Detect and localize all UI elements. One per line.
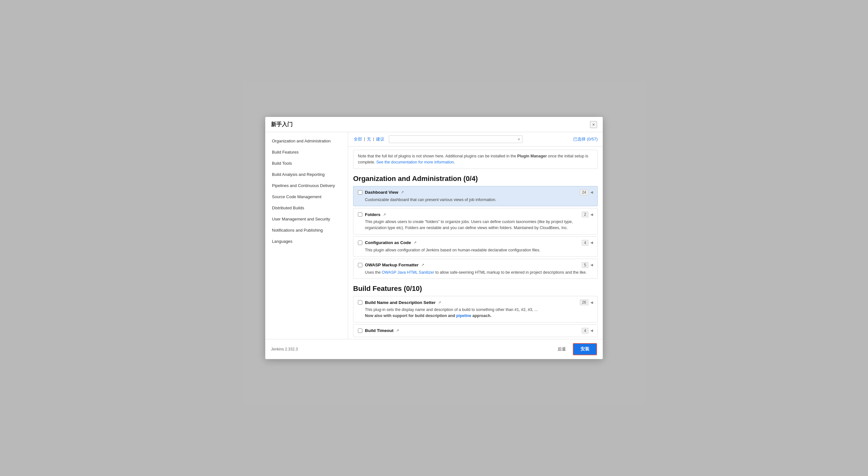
filter-search-box: × [389,136,523,143]
install-button[interactable]: 安装 [573,343,597,355]
plugin-checkbox-build-timeout[interactable] [358,328,362,333]
plugin-item-left-build-timeout: Build Timeout ↗ [358,328,399,333]
footer-actions: 后退 安装 [554,343,597,355]
external-link-icon-owasp[interactable]: ↗ [421,263,424,267]
plugin-badge-owasp: 5 ◀ [582,262,593,268]
plugin-item-left-folders: Folders ↗ [358,212,386,217]
plugin-item-build-name-setter: Build Name and Description Setter ↗ 26 ◀… [353,296,598,322]
selected-count-value: (0/57) [587,137,598,142]
notice-bold: Plugin Manager [517,154,547,158]
plugin-name-config-as-code: Configuration as Code [365,240,411,245]
filter-tab-all[interactable]: 全部 [353,137,363,142]
filter-tab-sep2: | [372,137,375,142]
sidebar-item-5[interactable]: Source Code Management [265,191,348,202]
plugin-item-header-build-name-setter: Build Name and Description Setter ↗ 26 ◀ [358,299,593,305]
plugin-item-left-build-name-setter: Build Name and Description Setter ↗ [358,300,441,305]
plugin-checkbox-config-as-code[interactable] [358,241,362,245]
plugin-desc-config-as-code: This plugin allows configuration of Jenk… [365,247,593,253]
filter-tab-none[interactable]: 无 [366,137,372,142]
plugin-badge-folders: 2 ◀ [582,212,593,217]
main-content: 全部 | 无 | 建议 × 已选择 (0/57) [348,132,603,339]
section-header-org: Organization and Administration (0/4) [353,175,598,183]
plugin-name-dashboard-view: Dashboard View [365,190,398,195]
modal-close-button[interactable]: × [590,121,597,128]
plugin-desc-build-name-setter: This plug-in sets the display name and d… [365,307,593,319]
modal-footer: Jenkins 2.332.3 后退 安装 [265,339,603,359]
plugin-badge-num-dashboard-view: 24 [580,189,588,195]
plugin-desc-folders: This plugin allows users to create "fold… [365,219,593,231]
external-link-icon-build-timeout[interactable]: ↗ [396,328,399,333]
plugin-item-left-owasp: OWASP Markup Formatter ↗ [358,263,424,267]
plugin-badge-num-build-timeout: 4 [582,328,588,334]
search-clear-icon[interactable]: × [518,137,520,142]
plugin-item-left-config-as-code: Configuration as Code ↗ [358,240,416,245]
external-link-icon-dashboard-view[interactable]: ↗ [401,190,404,195]
filter-tab-sep1: | [363,137,366,142]
back-button[interactable]: 后退 [554,345,570,354]
badge-arrow-build-timeout: ◀ [590,328,593,333]
plugin-item-header-folders: Folders ↗ 2 ◀ [358,212,593,217]
plugin-badge-build-timeout: 4 ◀ [582,328,593,334]
plugin-item-header: Dashboard View ↗ 24 ◀ [358,189,593,195]
badge-arrow-folders: ◀ [590,212,593,217]
modal: 新手入门 × Organization and AdministrationBu… [265,117,603,359]
sidebar-item-4[interactable]: Pipelines and Continuous Delivery [265,180,348,191]
badge-arrow-owasp: ◀ [590,263,593,267]
plugin-item-config-as-code: Configuration as Code ↗ 4 ◀ This plugin … [353,236,598,257]
footer-version: Jenkins 2.332.3 [271,347,298,351]
sidebar-item-9[interactable]: Languages [265,236,348,247]
sidebar-item-6[interactable]: Distributed Builds [265,202,348,213]
plugin-badge-num-folders: 2 [582,212,588,217]
sidebar: Organization and AdministrationBuild Fea… [265,132,348,339]
filter-tabs: 全部 | 无 | 建议 [353,137,385,142]
plugin-name-owasp: OWASP Markup Formatter [365,263,419,267]
plugin-badge-num-build-name-setter: 26 [580,299,588,305]
badge-arrow-config-as-code: ◀ [590,241,593,245]
selected-count: 已选择 (0/57) [573,137,598,142]
pipeline-link[interactable]: pipeline [456,314,471,318]
external-link-icon-config-as-code[interactable]: ↗ [414,241,416,245]
plugin-badge-num-owasp: 5 [582,262,588,268]
owasp-link[interactable]: OWASP Java HTML Sanitizer [382,270,434,275]
sidebar-item-3[interactable]: Build Analysis and Reporting [265,169,348,180]
plugin-item-header-build-timeout: Build Timeout ↗ 4 ◀ [358,328,593,334]
badge-arrow-build-name-setter: ◀ [590,300,593,305]
modal-title: 新手入门 [271,121,292,128]
notice-box: Note that the full list of plugins is no… [353,150,598,169]
plugin-item-header-owasp: OWASP Markup Formatter ↗ 5 ◀ [358,262,593,268]
plugin-checkbox-owasp[interactable] [358,263,362,267]
plugin-badge-dashboard-view: 24 ◀ [580,189,593,195]
sidebar-item-2[interactable]: Build Tools [265,158,348,169]
modal-body: Organization and AdministrationBuild Fea… [265,132,603,339]
sidebar-item-8[interactable]: Notifications and Publishing [265,225,348,236]
plugin-checkbox-dashboard-view[interactable] [358,190,362,195]
external-link-icon-folders[interactable]: ↗ [383,212,386,217]
modal-header: 新手入门 × [265,117,603,132]
section-header-build-features: Build Features (0/10) [353,285,598,293]
filter-bar: 全部 | 无 | 建议 × 已选择 (0/57) [348,132,603,147]
external-link-icon-build-name-setter[interactable]: ↗ [438,300,441,305]
plugin-desc-owasp: Uses the OWASP Java HTML Sanitizer to al… [365,270,593,276]
plugin-desc-dashboard-view: Customizable dashboard that can present … [365,197,593,203]
plugin-item-owasp: OWASP Markup Formatter ↗ 5 ◀ Uses the OW… [353,259,598,279]
plugin-checkbox-build-name-setter[interactable] [358,300,362,305]
plugin-badge-num-config-as-code: 4 [582,240,588,246]
modal-overlay: 新手入门 × Organization and AdministrationBu… [0,0,868,476]
plugin-list: Note that the full list of plugins is no… [348,147,603,339]
plugin-name-folders: Folders [365,212,380,217]
plugin-badge-build-name-setter: 26 ◀ [580,299,593,305]
plugin-item-folders: Folders ↗ 2 ◀ This plugin allows users t… [353,208,598,235]
plugin-checkbox-folders[interactable] [358,212,362,217]
plugin-item-left: Dashboard View ↗ [358,190,404,195]
plugin-item-dashboard-view: Dashboard View ↗ 24 ◀ Customizable dashb… [353,186,598,206]
filter-tab-suggest[interactable]: 建议 [375,137,385,142]
plugin-item-header-config-as-code: Configuration as Code ↗ 4 ◀ [358,240,593,246]
plugin-item-build-timeout: Build Timeout ↗ 4 ◀ [353,324,598,337]
notice-link[interactable]: See the documentation for more informati… [376,160,455,165]
search-input[interactable] [391,137,517,142]
sidebar-item-1[interactable]: Build Features [265,147,348,158]
plugin-name-build-timeout: Build Timeout [365,328,394,333]
sidebar-item-0[interactable]: Organization and Administration [265,136,348,147]
sidebar-item-7[interactable]: User Management and Security [265,213,348,225]
plugin-name-build-name-setter: Build Name and Description Setter [365,300,436,305]
